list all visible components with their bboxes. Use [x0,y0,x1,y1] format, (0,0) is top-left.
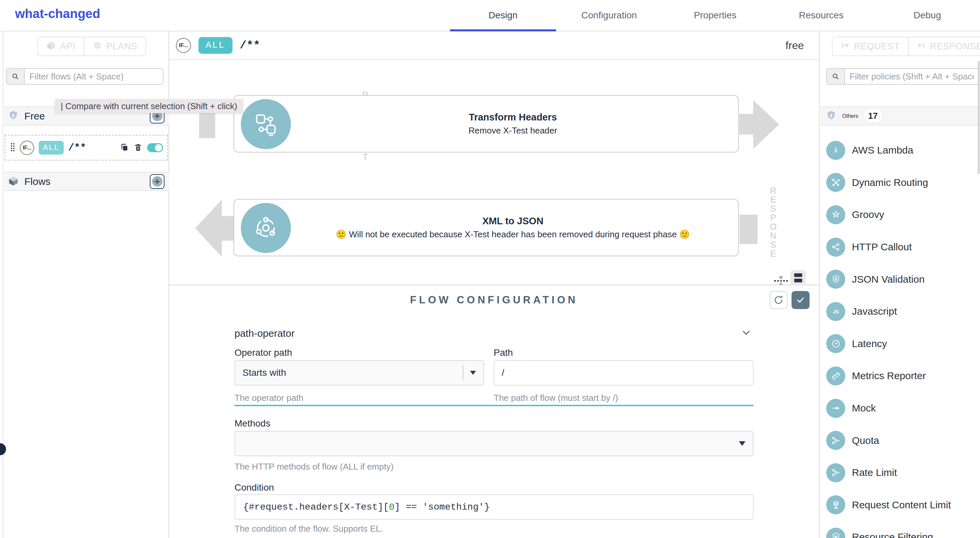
mock-icon [826,399,845,418]
operator-path-select[interactable]: Starts with [234,360,484,385]
layout-icon [794,273,802,277]
request-policy-card[interactable]: Transform Headers Remove X-Test header [234,95,739,153]
request-connector [199,110,215,138]
policy-item[interactable]: JSON Validation [819,263,980,295]
policy-item[interactable]: Mock [819,392,980,425]
dynamic-routing-icon [826,173,845,192]
flow-canvas: IF... ALL /** free REQUEST Transform Hea… [169,31,819,285]
policy-description: 🙁 Will not be executed because X-Test he… [336,229,690,239]
plus-icon [152,176,162,187]
xml-to-json-icon [241,203,291,253]
response-arrow-tail [221,216,234,241]
search-icon [827,69,845,84]
flow-enabled-toggle[interactable] [147,143,163,152]
plans-button[interactable]: PLANS [84,37,146,56]
condition-badge: IF... [176,38,191,53]
others-section-label: Others [842,113,858,119]
condition-input[interactable]: {#request.headers[X-Test][0] == 'somethi… [234,494,754,520]
tab-design[interactable]: Design [450,0,556,31]
cube-icon [8,175,19,188]
canvas-header: IF... ALL /** free [169,31,819,60]
metrics-reporter-icon [826,366,845,385]
response-arrow-icon [195,200,222,257]
filter-policies-box [826,68,979,85]
response-policy-text: XML to JSON 🙁 Will not be executed becau… [291,200,735,255]
policy-item[interactable]: Request Content Limit [819,489,980,521]
nav-tabs: Design Configuration Properties Resource… [450,0,980,31]
plan-label: free [786,39,804,52]
policy-item[interactable]: Metrics Reporter [819,360,980,392]
groovy-icon [826,205,845,224]
flow-list-item[interactable]: IF... ALL /** [5,135,168,161]
arrow-bar-left-icon [916,41,926,53]
tab-properties[interactable]: Properties [662,0,768,31]
dropdown-arrow-icon [470,371,476,375]
filter-flows-box [6,68,164,85]
rotate-ccw-icon [773,294,784,306]
toggle-knob [155,144,162,152]
policy-item[interactable]: Quota [819,424,980,457]
methods-select[interactable] [234,431,754,456]
javascript-icon: JS [826,302,845,321]
request-phase-label: REQUEST [854,42,900,52]
chevron-down-icon[interactable] [741,328,751,339]
response-policy-card[interactable]: XML to JSON 🙁 Will not be executed becau… [234,199,739,256]
phase-switch: REQUEST RESPONSE [832,37,980,56]
condition-label: Condition [234,482,274,493]
flow-path: /** [240,39,778,52]
drag-handle-icon[interactable] [10,142,15,153]
panel-title: FLOW CONFIGURATION [169,294,819,306]
tab-configuration[interactable]: Configuration [556,0,662,31]
delete-flow-icon[interactable] [134,142,143,153]
condition-code: ] == 'something'} [395,502,490,512]
response-connector [740,215,757,244]
others-section-header: Others 17 [820,107,980,126]
policy-item[interactable]: JS Javascript [819,295,980,328]
json-validation-icon [826,270,845,289]
flows-section-label: Flows [24,176,145,187]
add-flow-button[interactable] [150,174,164,189]
tab-resources[interactable]: Resources [768,0,874,31]
filter-flows-input[interactable] [25,69,163,84]
path-label: Path [494,347,513,358]
duplicate-flow-icon[interactable] [120,142,129,153]
path-input[interactable] [494,361,753,385]
resize-dots-icon [774,280,788,282]
policy-item[interactable]: HTTP Callout [819,231,980,263]
request-arrow-tail [739,114,754,134]
shield-bolt-icon [8,110,19,123]
plans-button-label: PLANS [107,42,138,52]
resize-down-icon [778,276,783,279]
policy-item[interactable]: λ AWS Lambda [819,134,980,166]
edge-dot [0,443,6,455]
filter-policies-input[interactable] [845,69,978,84]
tab-debug[interactable]: Debug [874,0,980,31]
svg-text:λ: λ [834,146,838,155]
policy-name: XML to JSON [482,216,543,227]
http-callout-icon [826,238,845,257]
policy-item[interactable]: Rate Limit [819,457,980,489]
request-phase-button[interactable]: REQUEST [832,37,908,56]
svg-text:JS: JS [832,309,839,314]
active-tab-indicator [450,29,556,31]
save-button[interactable] [792,291,810,309]
quota-icon [826,431,845,450]
policy-item[interactable]: Latency [819,328,980,360]
panel-resize-handle[interactable] [773,276,788,285]
request-content-limit-icon [826,495,845,514]
policy-item[interactable]: Dynamic Routing [819,166,980,199]
scrollbar[interactable] [978,61,980,174]
top-bar: what-changed Design Configuration Proper… [0,0,980,31]
policy-count-badge: 17 [864,110,882,123]
request-arrow-icon [753,100,779,149]
layout-toggle-button[interactable] [790,270,806,286]
flow-configuration-panel: FLOW CONFIGURATION path-operator Operato… [169,285,819,538]
reset-button[interactable] [770,291,788,309]
operator-path-value: Starts with [242,367,286,378]
condition-badge: IF... [20,140,34,155]
api-button[interactable]: API [38,37,84,56]
policy-item[interactable]: Resource Filtering [819,521,980,538]
policy-item[interactable]: Groovy [819,199,980,231]
response-phase-button[interactable]: RESPONSE [908,37,980,56]
arrow-bar-right-icon [841,41,850,53]
